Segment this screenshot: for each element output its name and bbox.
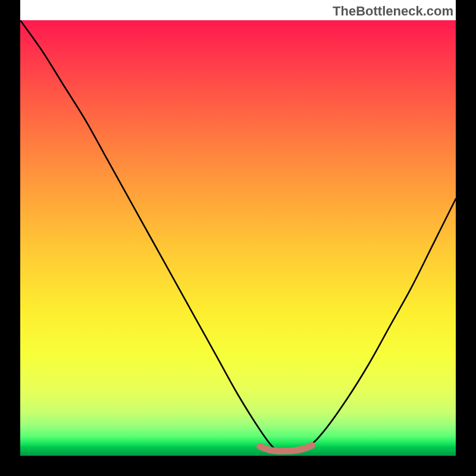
- plot-area: [20, 20, 456, 456]
- sweet-spot-segment: [260, 445, 312, 451]
- chart-frame: TheBottleneck.com: [0, 0, 476, 476]
- frame-border-bottom: [0, 456, 476, 476]
- bottleneck-curve: [20, 20, 456, 452]
- watermark-text: TheBottleneck.com: [333, 4, 453, 19]
- frame-border-left: [0, 0, 20, 476]
- frame-border-right: [456, 0, 476, 476]
- overlay-svg: [20, 20, 456, 456]
